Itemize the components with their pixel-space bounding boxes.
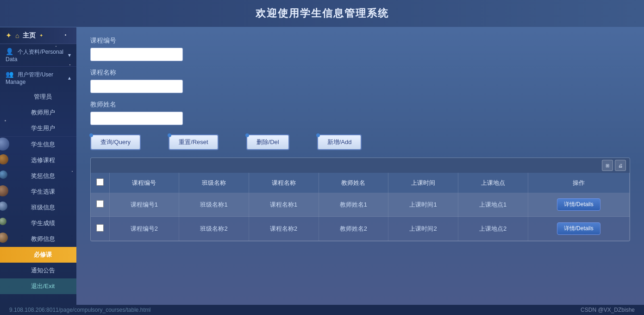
header-title: 欢迎使用学生信息管理系统 (256, 7, 389, 19)
row1-teacher-name: 教师姓名1 (319, 193, 388, 217)
row2-class-time: 上课时间2 (388, 217, 458, 241)
sidebar-item-admin[interactable]: 管理员 (0, 89, 76, 105)
col-teacher-name: 教师姓名 (319, 173, 388, 193)
course-name-input[interactable] (90, 80, 183, 93)
course-name-section: 课程名称 (90, 69, 630, 93)
col-course-id: 课程编号 (109, 173, 179, 193)
col-checkbox (91, 173, 109, 193)
row1-class-time: 上课时间1 (388, 193, 458, 217)
star-icon-2: ✦ (39, 33, 43, 38)
row2-details-button[interactable]: 详情/Details (557, 222, 600, 235)
course-id-label: 课程编号 (90, 37, 630, 45)
row1-action: 详情/Details (528, 193, 629, 217)
section-personal-header[interactable]: 👤 个人资料/Personal Data ▾ (0, 44, 76, 66)
section-user-manage-header[interactable]: 👥 用户管理/User Manage ▴ (0, 67, 76, 89)
row2-checkbox-cell (91, 217, 109, 241)
table-print-btn[interactable]: 🖨 (615, 160, 626, 171)
sidebar-item-awards[interactable]: 奖惩信息 (0, 168, 76, 184)
chevron-down-icon: ▾ (68, 52, 71, 58)
course-name-label: 课程名称 (90, 69, 630, 77)
teacher-name-label: 教师姓名 (90, 101, 630, 109)
sidebar-home-label[interactable]: 主页 (23, 32, 36, 40)
chevron-up-icon: ▴ (68, 75, 71, 81)
sidebar-item-teacher-info[interactable]: 教师信息 (0, 231, 76, 247)
teacher-name-section: 教师姓名 (90, 101, 630, 125)
sidebar-top: ✦ ⌂ 主页 ✦ (0, 27, 76, 44)
col-class-name: 班级名称 (179, 173, 249, 193)
row1-course-name: 课程名称1 (249, 193, 319, 217)
page-header: 欢迎使用学生信息管理系统 (0, 0, 644, 27)
sidebar-item-class-info[interactable]: 班级信息 (0, 200, 76, 215)
add-button[interactable]: 新增/Add (317, 134, 362, 150)
table-row: 课程编号2 班级名称2 课程名称2 教师姓名2 上课时间2 上课地点2 详情/D… (91, 217, 630, 241)
col-action: 操作 (528, 173, 629, 193)
section-personal: 👤 个人资料/Personal Data ▾ (0, 44, 76, 67)
row1-details-button[interactable]: 详情/Details (557, 198, 600, 211)
row2-class-name: 班级名称2 (179, 217, 249, 241)
main-content: 课程编号 课程名称 教师姓名 查询/Query 重置/Reset 删除/Del … (76, 27, 644, 305)
home-icon: ⌂ (15, 32, 19, 39)
row2-course-name: 课程名称2 (249, 217, 319, 241)
sidebar: ✦ ⌂ 主页 ✦ 👤 个人资料/Personal Data ▾ 👥 用户管理/U… (0, 27, 76, 305)
table-expand-btn[interactable]: ⊞ (602, 160, 613, 171)
row2-checkbox[interactable] (96, 224, 104, 232)
reset-button[interactable]: 重置/Reset (169, 134, 219, 150)
table-row: 课程编号1 班级名称1 课程名称1 教师姓名1 上课时间1 上课地点1 详情/D… (91, 193, 630, 217)
select-all-checkbox[interactable] (96, 178, 104, 186)
row1-class-name: 班级名称1 (179, 193, 249, 217)
row2-action: 详情/Details (528, 217, 629, 241)
sidebar-item-student-grades[interactable]: 学生成绩 (0, 215, 76, 231)
sidebar-item-notice[interactable]: 通知公告 (0, 263, 76, 278)
sidebar-item-compulsory[interactable]: 必修课 (0, 247, 76, 263)
row2-location: 上课地点2 (458, 217, 528, 241)
sidebar-item-course-select[interactable]: 选修课程 (0, 152, 76, 168)
col-course-name: 课程名称 (249, 173, 319, 193)
footer-credit: CSDN @VX_DZbishe (581, 307, 635, 313)
sidebar-item-teacher-user[interactable]: 教师用户 (0, 105, 76, 120)
data-table: 课程编号 班级名称 课程名称 教师姓名 上课时间 (91, 173, 630, 241)
row1-location: 上课地点1 (458, 193, 528, 217)
users-icon: 👥 (6, 70, 13, 78)
delete-button[interactable]: 删除/Del (246, 134, 289, 150)
action-buttons: 查询/Query 重置/Reset 删除/Del 新增/Add (90, 134, 630, 150)
teacher-name-input[interactable] (90, 112, 183, 125)
table-toolbar: ⊞ 🖨 (91, 158, 630, 173)
star-icon: ✦ (6, 31, 12, 40)
row2-teacher-name: 教师姓名2 (319, 217, 388, 241)
course-id-section: 课程编号 (90, 37, 630, 61)
person-icon: 👤 (6, 48, 13, 55)
data-table-container: ⊞ 🖨 课程编号 班级名称 (90, 158, 630, 241)
row1-checkbox[interactable] (96, 200, 104, 208)
col-class-time: 上课时间 (388, 173, 458, 193)
sidebar-item-exit[interactable]: 退出/Exit (0, 278, 76, 294)
query-button[interactable]: 查询/Query (90, 134, 141, 150)
col-location: 上课地点 (458, 173, 528, 193)
sidebar-item-student-info[interactable]: 学生信息 (0, 137, 76, 152)
course-id-input[interactable] (90, 48, 183, 61)
footer-url: 9.108.108.206:8011/page/compulsory_cours… (9, 307, 151, 313)
section-user-manage: 👥 用户管理/User Manage ▴ 管理员 教师用户 学生用户 (0, 67, 76, 137)
section-personal-label: 个人资料/Personal Data (6, 49, 63, 63)
row2-course-id: 课程编号2 (109, 217, 179, 241)
footer: 9.108.108.206:8011/page/compulsory_cours… (0, 305, 644, 315)
sidebar-item-student-elective[interactable]: 学生选课 (0, 184, 76, 200)
row1-checkbox-cell (91, 193, 109, 217)
sidebar-item-student-user[interactable]: 学生用户 (0, 120, 76, 136)
row1-course-id: 课程编号1 (109, 193, 179, 217)
